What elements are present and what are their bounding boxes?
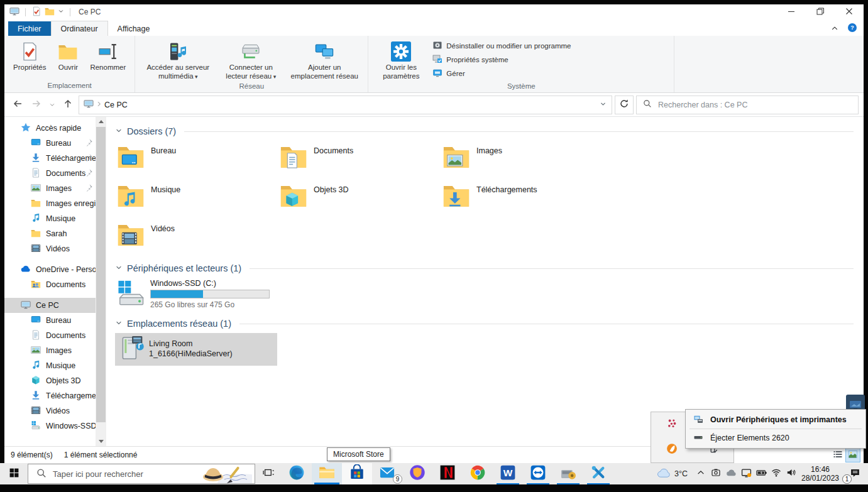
- clock[interactable]: 16:46 28/01/2023: [799, 465, 842, 483]
- drive-tile[interactable]: Windows-SSD (C:) 265 Go libres sur 475 G…: [115, 278, 276, 312]
- task-view-button[interactable]: [255, 463, 282, 484]
- media-server-button[interactable]: Accéder au serveur multimédia: [140, 38, 216, 82]
- app-red-dots-icon[interactable]: [666, 418, 678, 432]
- forward-button[interactable]: [28, 97, 45, 113]
- taskbar-app-netflix[interactable]: [432, 463, 463, 484]
- sidebar-item-sarah[interactable]: Sarah: [4, 226, 96, 241]
- wifi-icon[interactable]: [769, 463, 784, 484]
- scroll-up-icon[interactable]: [96, 117, 106, 126]
- taskbar-app-file-explorer[interactable]: [312, 463, 342, 484]
- add-network-location-button[interactable]: Ajouter un emplacement réseau: [286, 38, 363, 82]
- show-hidden-icons-button[interactable]: [693, 463, 708, 484]
- address-bar[interactable]: Ce PC: [79, 96, 612, 114]
- address-dropdown-icon[interactable]: [595, 101, 610, 109]
- qat-customize-icon[interactable]: [58, 8, 64, 16]
- restore-button[interactable]: [806, 4, 835, 19]
- sidebar-item-bureau[interactable]: Bureau: [4, 136, 96, 151]
- taskbar-app-mail[interactable]: 9: [372, 463, 402, 484]
- folder-tile-vid-os[interactable]: Vidéos: [115, 219, 278, 258]
- sidebar-item-documents[interactable]: Documents: [4, 166, 96, 181]
- battery-icon[interactable]: [754, 463, 769, 484]
- sidebar-item-t-l-chargements[interactable]: Téléchargements: [4, 388, 96, 403]
- taskbar-app-tools-app[interactable]: [583, 463, 613, 484]
- minimize-button[interactable]: [777, 4, 806, 19]
- ribbon-collapse-icon[interactable]: [831, 23, 838, 35]
- collapse-icon[interactable]: [115, 263, 123, 273]
- collapse-icon[interactable]: [115, 319, 123, 329]
- sidebar-item-vid-os[interactable]: Vidéos: [4, 403, 96, 418]
- section-header-network[interactable]: Emplacements réseau (1): [115, 315, 864, 332]
- sidebar-item-images[interactable]: Images: [4, 181, 96, 196]
- taskbar-app-word[interactable]: W: [493, 463, 523, 484]
- close-button[interactable]: [835, 4, 864, 19]
- properties-button[interactable]: Propriétés: [9, 38, 50, 74]
- open-button[interactable]: Ouvrir: [50, 38, 86, 74]
- system-properties-button[interactable]: Propriétés système: [432, 54, 571, 65]
- sidebar-item-windows-ssd-c-[interactable]: Windows-SSD (C:): [4, 418, 96, 434]
- sidebar-item-musique[interactable]: Musique: [4, 211, 96, 226]
- tab-fichier[interactable]: Fichier: [8, 21, 51, 36]
- sidebar-item-images[interactable]: Images: [4, 343, 96, 358]
- sidebar-item-acc-s-rapide[interactable]: Accès rapide: [4, 121, 96, 136]
- folder-tile-bureau[interactable]: Bureau: [115, 141, 278, 180]
- recent-locations-icon[interactable]: [47, 97, 57, 113]
- sidebar-item-musique[interactable]: Musique: [4, 358, 96, 373]
- action-center-button[interactable]: 1: [842, 463, 868, 484]
- folder-tile-musique[interactable]: Musique: [115, 180, 278, 219]
- back-button[interactable]: [9, 97, 26, 113]
- sidebar-scrollbar[interactable]: [96, 117, 106, 446]
- search-input[interactable]: Rechercher dans : Ce PC: [636, 96, 859, 114]
- breadcrumb[interactable]: Ce PC: [104, 101, 128, 109]
- taskbar-app-security-shield-app[interactable]: [402, 463, 432, 484]
- start-button[interactable]: [0, 463, 28, 484]
- onedrive-icon[interactable]: [723, 463, 739, 484]
- scrollbar-thumb[interactable]: [96, 127, 106, 422]
- folder-tile-objets-3d[interactable]: Objets 3D: [278, 180, 441, 219]
- sidebar-item-onedrive-personnel[interactable]: OneDrive - Personnel: [4, 262, 96, 277]
- up-button[interactable]: [60, 97, 76, 113]
- sidebar-item-ce-pc[interactable]: Ce PC: [4, 298, 96, 313]
- capture-icon[interactable]: [708, 463, 723, 484]
- avast-icon[interactable]: [666, 443, 678, 457]
- rename-button[interactable]: Renommer: [86, 38, 129, 74]
- weather-widget[interactable]: 3°C: [651, 466, 693, 482]
- context-menu-item[interactable]: Éjecter Elements 2620: [686, 430, 865, 446]
- display-alert-icon[interactable]: [739, 463, 754, 484]
- folder-tile-t-l-chargements[interactable]: Téléchargements: [441, 180, 603, 219]
- network-location-tile[interactable]: Living Room 1_6166(HiMediaServer): [115, 333, 277, 366]
- list-view-button[interactable]: [831, 448, 845, 462]
- sidebar-item-bureau[interactable]: Bureau: [4, 313, 96, 328]
- qat-properties-icon[interactable]: [31, 6, 41, 18]
- open-settings-button[interactable]: Ouvrir les paramètres: [373, 38, 429, 82]
- uninstall-program-button[interactable]: Désinstaller ou modifier un programme: [432, 40, 571, 52]
- taskbar-app-chrome[interactable]: [463, 463, 493, 484]
- taskbar-app-teamviewer[interactable]: [523, 463, 553, 484]
- taskbar-search-input[interactable]: Taper ici pour rechercher: [28, 464, 255, 484]
- taskbar-app-edge[interactable]: [282, 463, 312, 484]
- tab-affichage[interactable]: Affichage: [108, 21, 160, 36]
- taskbar-app-disk-utility[interactable]: [553, 463, 583, 484]
- sidebar-item-t-l-chargements[interactable]: Téléchargements: [4, 151, 96, 166]
- section-header-folders[interactable]: Dossiers (7): [115, 123, 864, 139]
- taskbar-app-microsoft-store[interactable]: [342, 463, 372, 484]
- volume-icon[interactable]: [784, 463, 799, 484]
- folder-tile-images[interactable]: Images: [441, 141, 603, 180]
- sidebar-item-objets-3d[interactable]: Objets 3D: [4, 373, 96, 388]
- ribbon: Propriétés Ouvrir Renommer Emplacement: [4, 36, 864, 93]
- help-icon[interactable]: ?: [847, 23, 857, 35]
- qat-new-folder-icon[interactable]: [45, 6, 55, 18]
- tab-ordinateur[interactable]: Ordinateur: [51, 21, 108, 36]
- manage-button[interactable]: Gérer: [432, 68, 571, 79]
- refresh-button[interactable]: [615, 96, 634, 114]
- sidebar-item-images-enregistr-es[interactable]: Images enregistrées: [4, 196, 96, 211]
- thumbnail-view-button[interactable]: [846, 448, 860, 462]
- sidebar-item-documents[interactable]: Documents: [4, 277, 96, 292]
- map-drive-button[interactable]: Connecter un lecteur réseau: [216, 38, 286, 82]
- sidebar-item-vid-os[interactable]: Vidéos: [4, 241, 96, 256]
- scroll-down-icon[interactable]: [96, 437, 106, 446]
- sidebar-item-documents[interactable]: Documents: [4, 328, 96, 343]
- context-menu-item[interactable]: Ouvrir Périphériques et imprimantes: [686, 412, 865, 428]
- folder-tile-documents[interactable]: Documents: [278, 141, 441, 180]
- section-header-drives[interactable]: Périphériques et lecteurs (1): [115, 260, 864, 276]
- collapse-icon[interactable]: [115, 126, 123, 136]
